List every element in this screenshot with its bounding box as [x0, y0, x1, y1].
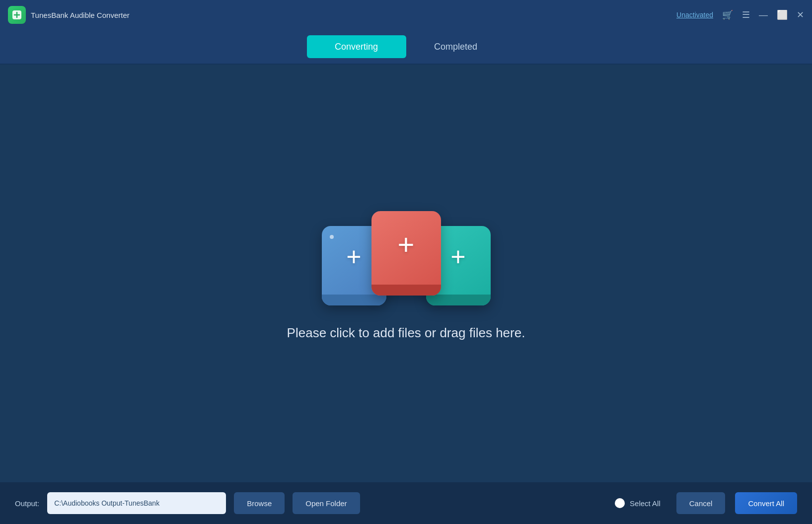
- book-icon-center: +: [371, 211, 441, 296]
- restore-button[interactable]: ⬜: [777, 10, 788, 19]
- open-folder-button[interactable]: Open Folder: [293, 492, 360, 514]
- menu-button[interactable]: ☰: [742, 10, 750, 19]
- add-files-illustration: + + +: [322, 206, 491, 305]
- tab-bar: Converting Completed: [0, 30, 812, 65]
- app-logo: [8, 6, 26, 24]
- unactivated-link[interactable]: Unactivated: [676, 11, 713, 19]
- output-label: Output:: [15, 499, 39, 508]
- select-all-radio[interactable]: [615, 498, 625, 508]
- convert-all-button[interactable]: Convert All: [735, 492, 797, 514]
- title-bar: TunesBank Audible Converter Unactivated …: [0, 0, 812, 30]
- cart-button[interactable]: 🛒: [722, 10, 733, 19]
- plus-icon-center: +: [398, 230, 415, 259]
- close-button[interactable]: ✕: [797, 10, 804, 19]
- select-all-container: Select All: [615, 498, 661, 508]
- book-spine-right: [426, 295, 491, 305]
- output-path-input[interactable]: [47, 492, 226, 514]
- plus-icon-right: +: [450, 244, 465, 270]
- main-content-area[interactable]: + + + Please click to add files or drag …: [0, 65, 812, 482]
- tab-converting[interactable]: Converting: [307, 35, 406, 58]
- browse-button[interactable]: Browse: [234, 492, 285, 514]
- book-dot-left: [330, 235, 334, 239]
- book-spine-center: [371, 285, 441, 296]
- window-controls: Unactivated 🛒 ☰ — ⬜ ✕: [676, 10, 804, 19]
- logo-icon: [11, 9, 22, 20]
- plus-icon-left: +: [346, 244, 361, 270]
- tab-completed[interactable]: Completed: [406, 35, 506, 58]
- book-spine-left: [322, 295, 386, 305]
- app-title: TunesBank Audible Converter: [31, 11, 130, 19]
- cancel-button[interactable]: Cancel: [676, 492, 726, 514]
- minimize-button[interactable]: —: [759, 10, 768, 19]
- bottom-bar: Output: Browse Open Folder Select All Ca…: [0, 482, 812, 524]
- select-all-label: Select All: [630, 499, 661, 508]
- placeholder-text: Please click to add files or drag files …: [287, 325, 525, 341]
